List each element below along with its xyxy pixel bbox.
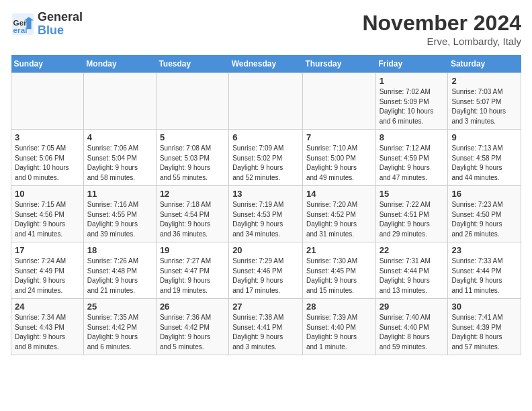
day-info: Sunrise: 7:26 AM Sunset: 4:48 PM Dayligh… [87, 257, 152, 295]
day-info: Sunrise: 7:13 AM Sunset: 4:58 PM Dayligh… [451, 144, 517, 183]
calendar-cell: 7Sunrise: 7:10 AM Sunset: 5:00 PM Daylig… [302, 130, 375, 186]
day-info: Sunrise: 7:06 AM Sunset: 5:04 PM Dayligh… [87, 144, 152, 183]
calendar-cell: 24Sunrise: 7:34 AM Sunset: 4:43 PM Dayli… [11, 299, 84, 355]
day-info: Sunrise: 7:03 AM Sunset: 5:07 PM Dayligh… [451, 87, 517, 126]
calendar-cell: 25Sunrise: 7:35 AM Sunset: 4:42 PM Dayli… [83, 299, 156, 355]
day-number: 3 [15, 132, 80, 142]
day-info: Sunrise: 7:10 AM Sunset: 5:00 PM Dayligh… [306, 144, 372, 183]
day-info: Sunrise: 7:22 AM Sunset: 4:51 PM Dayligh… [380, 200, 445, 239]
title-block: November 2024 Erve, Lombardy, Italy [362, 11, 521, 47]
day-info: Sunrise: 7:36 AM Sunset: 4:42 PM Dayligh… [160, 313, 225, 352]
day-info: Sunrise: 7:27 AM Sunset: 4:47 PM Dayligh… [160, 257, 225, 295]
calendar-cell: 20Sunrise: 7:29 AM Sunset: 4:46 PM Dayli… [229, 242, 303, 299]
day-number: 30 [451, 302, 517, 312]
calendar-cell [83, 73, 156, 130]
day-info: Sunrise: 7:18 AM Sunset: 4:54 PM Dayligh… [160, 200, 225, 239]
page-header: Gen eral General Blue November 2024 Erve… [11, 11, 521, 47]
calendar-cell [302, 73, 375, 130]
calendar-cell [229, 73, 303, 130]
calendar-cell: 11Sunrise: 7:16 AM Sunset: 4:55 PM Dayli… [83, 186, 156, 242]
calendar-cell: 15Sunrise: 7:22 AM Sunset: 4:51 PM Dayli… [375, 186, 448, 242]
day-number: 12 [160, 189, 225, 199]
calendar-week-row: 24Sunrise: 7:34 AM Sunset: 4:43 PM Dayli… [11, 299, 521, 355]
weekday-header: Tuesday [156, 55, 228, 73]
day-info: Sunrise: 7:38 AM Sunset: 4:41 PM Dayligh… [232, 313, 299, 352]
logo-text-line1: General [38, 11, 83, 24]
calendar-cell: 29Sunrise: 7:40 AM Sunset: 4:40 PM Dayli… [375, 299, 448, 355]
calendar-cell: 5Sunrise: 7:08 AM Sunset: 5:03 PM Daylig… [156, 130, 228, 186]
calendar-cell: 17Sunrise: 7:24 AM Sunset: 4:49 PM Dayli… [11, 242, 84, 299]
day-number: 23 [451, 245, 517, 255]
weekday-header: Wednesday [229, 55, 303, 73]
day-info: Sunrise: 7:02 AM Sunset: 5:09 PM Dayligh… [380, 87, 445, 126]
month-title: November 2024 [362, 11, 521, 36]
calendar-week-row: 3Sunrise: 7:05 AM Sunset: 5:06 PM Daylig… [11, 130, 521, 186]
day-number: 4 [87, 132, 152, 142]
day-info: Sunrise: 7:24 AM Sunset: 4:49 PM Dayligh… [15, 257, 80, 295]
calendar-cell: 12Sunrise: 7:18 AM Sunset: 4:54 PM Dayli… [156, 186, 228, 242]
calendar-cell: 10Sunrise: 7:15 AM Sunset: 4:56 PM Dayli… [11, 186, 84, 242]
day-info: Sunrise: 7:16 AM Sunset: 4:55 PM Dayligh… [87, 200, 152, 239]
day-number: 26 [160, 302, 225, 312]
calendar-week-row: 17Sunrise: 7:24 AM Sunset: 4:49 PM Dayli… [11, 242, 521, 299]
day-info: Sunrise: 7:15 AM Sunset: 4:56 PM Dayligh… [15, 200, 80, 239]
calendar-cell: 23Sunrise: 7:33 AM Sunset: 4:44 PM Dayli… [448, 242, 521, 299]
calendar-cell: 21Sunrise: 7:30 AM Sunset: 4:45 PM Dayli… [302, 242, 375, 299]
logo-icon: Gen eral [11, 12, 35, 36]
calendar-cell: 1Sunrise: 7:02 AM Sunset: 5:09 PM Daylig… [375, 73, 448, 130]
calendar-cell: 8Sunrise: 7:12 AM Sunset: 4:59 PM Daylig… [375, 130, 448, 186]
logo-text-line2: Blue [38, 24, 83, 38]
day-number: 5 [160, 132, 225, 142]
weekday-header-row: SundayMondayTuesdayWednesdayThursdayFrid… [11, 55, 521, 73]
calendar-cell: 2Sunrise: 7:03 AM Sunset: 5:07 PM Daylig… [448, 73, 521, 130]
calendar-cell: 28Sunrise: 7:39 AM Sunset: 4:40 PM Dayli… [302, 299, 375, 355]
calendar-cell: 18Sunrise: 7:26 AM Sunset: 4:48 PM Dayli… [83, 242, 156, 299]
day-info: Sunrise: 7:09 AM Sunset: 5:02 PM Dayligh… [232, 144, 299, 183]
day-number: 27 [232, 302, 299, 312]
day-number: 20 [232, 245, 299, 255]
calendar-cell: 16Sunrise: 7:23 AM Sunset: 4:50 PM Dayli… [448, 186, 521, 242]
weekday-header: Saturday [448, 55, 521, 73]
day-info: Sunrise: 7:35 AM Sunset: 4:42 PM Dayligh… [87, 313, 152, 352]
day-number: 19 [160, 245, 225, 255]
day-number: 21 [306, 245, 372, 255]
day-info: Sunrise: 7:23 AM Sunset: 4:50 PM Dayligh… [451, 200, 517, 239]
weekday-header: Sunday [11, 55, 84, 73]
calendar-week-row: 10Sunrise: 7:15 AM Sunset: 4:56 PM Dayli… [11, 186, 521, 242]
day-number: 6 [232, 132, 299, 142]
day-info: Sunrise: 7:39 AM Sunset: 4:40 PM Dayligh… [306, 313, 372, 352]
day-number: 9 [451, 132, 517, 142]
calendar-cell: 13Sunrise: 7:19 AM Sunset: 4:53 PM Dayli… [229, 186, 303, 242]
calendar-cell [11, 73, 84, 130]
weekday-header: Friday [375, 55, 448, 73]
day-number: 10 [15, 189, 80, 199]
day-info: Sunrise: 7:29 AM Sunset: 4:46 PM Dayligh… [232, 257, 299, 295]
day-number: 17 [15, 245, 80, 255]
calendar-cell: 22Sunrise: 7:31 AM Sunset: 4:44 PM Dayli… [375, 242, 448, 299]
day-number: 16 [451, 189, 517, 199]
day-info: Sunrise: 7:30 AM Sunset: 4:45 PM Dayligh… [306, 257, 372, 295]
calendar-cell: 6Sunrise: 7:09 AM Sunset: 5:02 PM Daylig… [229, 130, 303, 186]
calendar-cell [156, 73, 228, 130]
day-info: Sunrise: 7:20 AM Sunset: 4:52 PM Dayligh… [306, 200, 372, 239]
calendar-cell: 27Sunrise: 7:38 AM Sunset: 4:41 PM Dayli… [229, 299, 303, 355]
location: Erve, Lombardy, Italy [362, 36, 521, 47]
day-number: 28 [306, 302, 372, 312]
day-info: Sunrise: 7:33 AM Sunset: 4:44 PM Dayligh… [451, 257, 517, 295]
day-number: 29 [380, 302, 445, 312]
day-number: 7 [306, 132, 372, 142]
weekday-header: Monday [83, 55, 156, 73]
day-number: 2 [451, 76, 517, 86]
day-info: Sunrise: 7:05 AM Sunset: 5:06 PM Dayligh… [15, 144, 80, 183]
day-number: 25 [87, 302, 152, 312]
day-info: Sunrise: 7:31 AM Sunset: 4:44 PM Dayligh… [380, 257, 445, 295]
day-number: 15 [380, 189, 445, 199]
weekday-header: Thursday [302, 55, 375, 73]
day-number: 18 [87, 245, 152, 255]
day-info: Sunrise: 7:40 AM Sunset: 4:40 PM Dayligh… [380, 313, 445, 352]
day-info: Sunrise: 7:19 AM Sunset: 4:53 PM Dayligh… [232, 200, 299, 239]
calendar-cell: 19Sunrise: 7:27 AM Sunset: 4:47 PM Dayli… [156, 242, 228, 299]
calendar-week-row: 1Sunrise: 7:02 AM Sunset: 5:09 PM Daylig… [11, 73, 521, 130]
day-number: 11 [87, 189, 152, 199]
day-info: Sunrise: 7:08 AM Sunset: 5:03 PM Dayligh… [160, 144, 225, 183]
